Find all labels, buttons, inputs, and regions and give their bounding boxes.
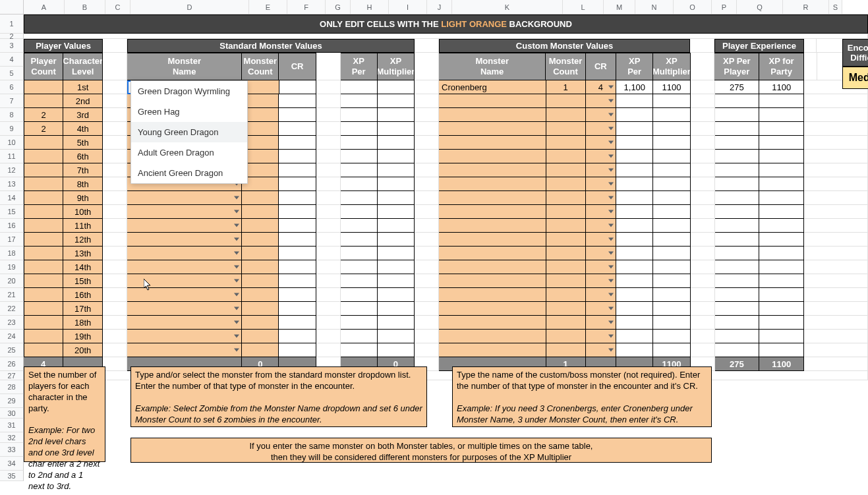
dropdown-arrow-icon[interactable] (608, 127, 614, 131)
cust-count-12[interactable] (546, 247, 586, 260)
dropdown-arrow-icon[interactable] (608, 100, 614, 103)
player-count-15[interactable] (24, 288, 63, 302)
player-count-18[interactable] (24, 330, 63, 343)
monster-count-12[interactable] (242, 247, 279, 260)
cust-count-10[interactable] (546, 219, 586, 233)
cust-name-4[interactable] (439, 136, 546, 150)
player-count-14[interactable] (24, 274, 63, 288)
row-header-34[interactable]: 34 (0, 457, 24, 471)
dropdown-arrow-icon[interactable] (608, 169, 614, 172)
dropdown-arrow-icon[interactable] (608, 307, 614, 310)
monster-count-18[interactable] (242, 330, 279, 343)
cust-cr-19[interactable] (586, 343, 617, 357)
row-header-1[interactable]: 1 (0, 15, 24, 34)
cust-count-11[interactable] (546, 233, 586, 247)
monster-count-9[interactable] (242, 205, 279, 219)
row-header-30[interactable]: 30 (0, 408, 24, 419)
cust-cr-14[interactable] (586, 274, 617, 288)
player-count-11[interactable] (24, 233, 63, 247)
dropdown-arrow-icon[interactable] (234, 210, 239, 214)
player-count-7[interactable] (24, 177, 63, 191)
col-header-I[interactable]: I (389, 0, 427, 14)
row-header-32[interactable]: 32 (0, 432, 24, 443)
row-header-25[interactable]: 25 (0, 343, 24, 357)
cust-name-15[interactable] (439, 288, 546, 302)
col-header-B[interactable]: B (65, 0, 105, 14)
cust-name-0[interactable]: Cronenberg (439, 80, 546, 94)
row-header-8[interactable]: 8 (0, 108, 24, 122)
cust-cr-5[interactable] (586, 150, 617, 163)
dropdown-arrow-icon[interactable] (234, 321, 239, 324)
cust-count-0[interactable]: 1 (546, 80, 586, 94)
cust-name-5[interactable] (439, 150, 546, 163)
dropdown-arrow-icon[interactable] (234, 293, 239, 297)
dropdown-arrow-icon[interactable] (234, 266, 239, 269)
cust-name-6[interactable] (439, 163, 546, 177)
cust-count-13[interactable] (546, 260, 586, 274)
cust-name-9[interactable] (439, 205, 546, 219)
dropdown-arrow-icon[interactable] (608, 196, 614, 200)
cust-name-2[interactable] (439, 108, 546, 122)
col-header-E[interactable]: E (249, 0, 287, 14)
cust-count-14[interactable] (546, 274, 586, 288)
row-header-24[interactable]: 24 (0, 330, 24, 343)
monster-count-16[interactable] (242, 302, 279, 316)
col-header-K[interactable]: K (452, 0, 563, 14)
cust-cr-16[interactable] (586, 302, 617, 316)
row-header-12[interactable]: 12 (0, 163, 24, 177)
row-header-17[interactable]: 17 (0, 233, 24, 247)
row-header-9[interactable]: 9 (0, 122, 24, 136)
cust-cr-0[interactable]: 4 (586, 80, 617, 94)
player-count-6[interactable] (24, 163, 63, 177)
cust-cr-13[interactable] (586, 260, 617, 274)
col-header-J[interactable]: J (427, 0, 452, 14)
monster-count-8[interactable] (242, 191, 279, 205)
cust-cr-3[interactable] (586, 122, 617, 136)
dropdown-arrow-icon[interactable] (234, 238, 239, 241)
dropdown-arrow-icon[interactable] (608, 113, 614, 117)
player-count-8[interactable] (24, 191, 63, 205)
row-header-7[interactable]: 7 (0, 94, 24, 108)
cust-count-4[interactable] (546, 136, 586, 150)
col-header-F[interactable]: F (287, 0, 326, 14)
dropdown-arrow-icon[interactable] (608, 141, 614, 144)
cust-cr-1[interactable] (586, 94, 617, 108)
cust-count-5[interactable] (546, 150, 586, 163)
row-header-22[interactable]: 22 (0, 302, 24, 316)
col-header-A[interactable]: A (24, 0, 65, 14)
cust-cr-8[interactable] (586, 191, 617, 205)
player-count-1[interactable] (24, 94, 63, 108)
monster-name-15[interactable] (127, 288, 242, 302)
monster-name-16[interactable] (127, 302, 242, 316)
player-count-0[interactable] (24, 80, 63, 94)
cust-cr-15[interactable] (586, 288, 617, 302)
dropdown-arrow-icon[interactable] (608, 86, 614, 89)
col-header-H[interactable]: H (351, 0, 389, 14)
dropdown-arrow-icon[interactable] (234, 307, 239, 310)
cust-name-14[interactable] (439, 274, 546, 288)
cust-count-3[interactable] (546, 122, 586, 136)
player-count-5[interactable] (24, 150, 63, 163)
col-header-G[interactable]: G (326, 0, 351, 14)
player-count-19[interactable] (24, 343, 63, 357)
col-header-P[interactable]: P (712, 0, 737, 14)
dropdown-arrow-icon[interactable] (608, 238, 614, 241)
dropdown-arrow-icon[interactable] (608, 266, 614, 269)
monster-name-11[interactable] (127, 233, 242, 247)
grid[interactable]: ONLY EDIT CELLS WITH THE LIGHT ORANGE BA… (24, 15, 868, 495)
cust-count-17[interactable] (546, 316, 586, 330)
cust-cr-12[interactable] (586, 247, 617, 260)
row-header-21[interactable]: 21 (0, 288, 24, 302)
row-header-10[interactable]: 10 (0, 136, 24, 150)
row-header-15[interactable]: 15 (0, 205, 24, 219)
cust-name-10[interactable] (439, 219, 546, 233)
monster-name-17[interactable] (127, 316, 242, 330)
cust-count-9[interactable] (546, 205, 586, 219)
dropdown-arrow-icon[interactable] (234, 279, 239, 283)
monster-name-8[interactable] (127, 191, 242, 205)
monster-count-14[interactable] (242, 274, 279, 288)
monster-count-17[interactable] (242, 316, 279, 330)
row-header-31[interactable]: 31 (0, 419, 24, 432)
row-header-3[interactable]: 3 (0, 39, 24, 53)
dropdown-arrow-icon[interactable] (608, 155, 614, 158)
